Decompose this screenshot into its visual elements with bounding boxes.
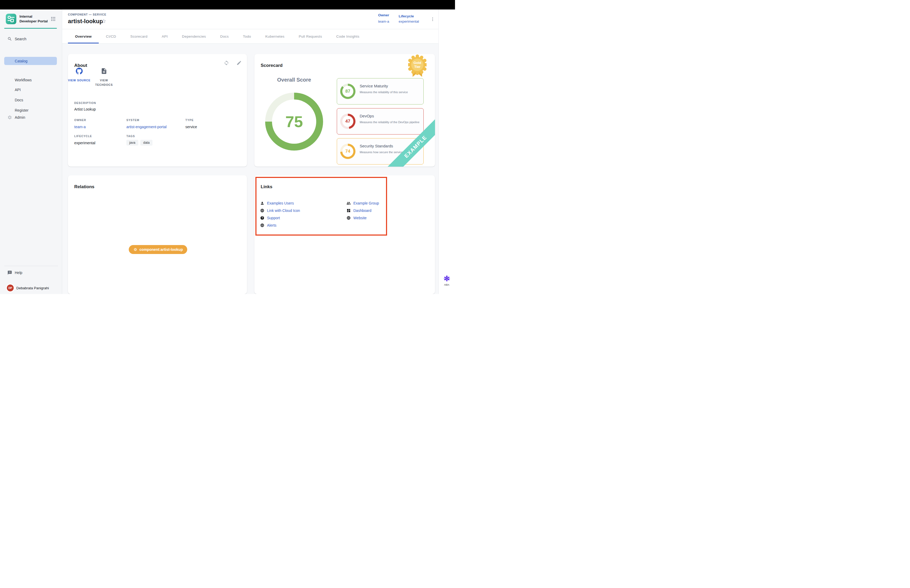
tab-cicd[interactable]: CI/CD bbox=[99, 29, 123, 44]
tab-bar: Overview CI/CD Scorecard API Dependencie… bbox=[62, 29, 438, 44]
chip-icon bbox=[133, 247, 137, 252]
link-alerts[interactable]: Alerts bbox=[260, 223, 276, 228]
sidebar-item-admin[interactable]: Admin bbox=[0, 113, 62, 121]
link-website[interactable]: Website bbox=[346, 215, 367, 221]
header-lifecycle: Lifecycle experimental bbox=[399, 14, 419, 23]
lifecycle-value: experimental bbox=[74, 141, 95, 145]
description-value: Artist Lookup bbox=[74, 107, 96, 111]
tab-api[interactable]: API bbox=[155, 29, 175, 44]
system-link[interactable]: artist-engagement-portal bbox=[126, 125, 166, 129]
refresh-icon[interactable] bbox=[224, 60, 229, 66]
person-icon bbox=[260, 201, 264, 205]
group-icon bbox=[346, 201, 351, 205]
breadcrumb-eyebrow: COMPONENT — SERVICE bbox=[68, 13, 107, 16]
dashboard-icon bbox=[346, 208, 351, 213]
tab-pull-requests[interactable]: Pull Requests bbox=[292, 29, 330, 44]
view-source-button[interactable]: VIEW SOURCE bbox=[68, 68, 91, 82]
brand-underline bbox=[4, 28, 57, 29]
link-support[interactable]: Support bbox=[260, 215, 280, 221]
right-edge-strip bbox=[438, 10, 455, 294]
aida-flower-icon bbox=[443, 275, 450, 282]
scorecard-card: Scorecard Overall Score 75 87 Service Ma… bbox=[254, 54, 435, 166]
overall-score-value: 75 bbox=[285, 113, 303, 131]
relations-card: Relations component:artist-lookup bbox=[68, 175, 247, 294]
gold-badge-line1: Gold bbox=[414, 61, 421, 65]
help-icon bbox=[260, 216, 264, 220]
sidebar-divider bbox=[4, 266, 58, 266]
sidebar-user[interactable]: DP Debabrata Panigrahi bbox=[0, 283, 62, 293]
overall-score-label: Overall Score bbox=[255, 77, 334, 83]
about-card: About VIEW SOURCE VIEW TECHDOCS DESCRIPT… bbox=[68, 54, 247, 166]
lifecycle-value: experimental bbox=[399, 19, 419, 23]
links-card: Links Examples Users Link with Cloud Ico… bbox=[254, 175, 435, 294]
sidebar-item-help[interactable]: Help bbox=[0, 268, 62, 277]
tag-chip[interactable]: java bbox=[126, 140, 138, 145]
globe-icon bbox=[260, 208, 264, 213]
search-icon bbox=[7, 37, 12, 41]
tab-docs[interactable]: Docs bbox=[213, 29, 236, 44]
link-examples-users[interactable]: Examples Users bbox=[260, 200, 294, 206]
tab-code-insights[interactable]: Code Insights bbox=[329, 29, 367, 44]
view-techdocs-button[interactable]: VIEW TECHDOCS bbox=[92, 68, 116, 87]
sidebar-search[interactable]: Search bbox=[0, 35, 62, 43]
aida-assistant-button[interactable]: AIDA bbox=[438, 275, 455, 288]
tab-todo[interactable]: Todo bbox=[236, 29, 258, 44]
edit-pencil-icon[interactable] bbox=[236, 60, 242, 66]
security-standards-gauge: 74 bbox=[340, 144, 356, 159]
metric-card-service-maturity[interactable]: 87 Service Maturity Measures the reliabi… bbox=[337, 78, 423, 105]
user-name: Debabrata Panigrahi bbox=[16, 286, 49, 290]
description-label: DESCRIPTION bbox=[74, 101, 96, 105]
search-label: Search bbox=[15, 37, 26, 41]
page-title: artist-lookup bbox=[68, 18, 103, 25]
gold-tier-badge: Gold Tier bbox=[408, 54, 427, 78]
scorecard-title: Scorecard bbox=[261, 63, 283, 68]
header-owner: Owner team-a bbox=[378, 13, 389, 23]
page-header: COMPONENT — SERVICE artist-lookup Owner … bbox=[62, 10, 438, 29]
portal-logo-icon bbox=[6, 14, 16, 24]
link-example-group[interactable]: Example Group bbox=[346, 200, 379, 206]
owner-link[interactable]: team-a bbox=[378, 19, 389, 23]
sidebar-item-catalog[interactable]: Catalog bbox=[4, 57, 57, 65]
apps-grid-icon[interactable] bbox=[50, 16, 56, 22]
sidebar-item-api[interactable]: API bbox=[0, 86, 62, 94]
gear-icon bbox=[7, 115, 12, 120]
top-black-bar bbox=[0, 0, 455, 10]
document-icon bbox=[100, 68, 107, 74]
type-label: TYPE bbox=[185, 118, 194, 121]
metric-card-devops[interactable]: 47 DevOps Measures the reliability of th… bbox=[337, 108, 423, 134]
system-label: SYSTEM bbox=[126, 118, 139, 121]
service-maturity-gauge: 87 bbox=[340, 84, 356, 99]
tab-kubernetes[interactable]: Kubernetes bbox=[258, 29, 291, 44]
globe-icon bbox=[346, 216, 351, 220]
owner-label: OWNER bbox=[74, 118, 86, 121]
sidebar: Internal Developer Portal Search Overvie… bbox=[0, 10, 62, 294]
portal-logo[interactable] bbox=[6, 14, 16, 24]
tag-chip[interactable]: data bbox=[141, 140, 152, 145]
tab-overview[interactable]: Overview bbox=[68, 29, 99, 44]
link-dashboard[interactable]: Dashboard bbox=[346, 208, 372, 213]
main-area: COMPONENT — SERVICE artist-lookup Owner … bbox=[62, 10, 438, 294]
owner-link[interactable]: team-a bbox=[74, 125, 86, 129]
github-icon bbox=[76, 68, 83, 74]
avatar: DP bbox=[7, 284, 14, 291]
help-chat-icon bbox=[7, 270, 12, 275]
brand-title: Internal Developer Portal bbox=[19, 14, 49, 23]
type-value: service bbox=[185, 125, 197, 129]
aida-label: AIDA bbox=[438, 283, 455, 286]
sidebar-item-workflows[interactable]: Workflows bbox=[0, 76, 62, 84]
relation-node-component[interactable]: component:artist-lookup bbox=[129, 245, 187, 254]
link-cloud-icon-link[interactable]: Link with Cloud Icon bbox=[260, 208, 300, 213]
tab-scorecard[interactable]: Scorecard bbox=[123, 29, 155, 44]
devops-gauge: 47 bbox=[340, 114, 356, 129]
gold-badge-line2: Tier bbox=[414, 65, 420, 69]
favorite-star-icon[interactable] bbox=[101, 18, 107, 24]
tab-dependencies[interactable]: Dependencies bbox=[175, 29, 213, 44]
relations-title: Relations bbox=[74, 184, 95, 189]
kebab-menu-icon[interactable] bbox=[430, 16, 435, 22]
tags-row: java data bbox=[126, 140, 152, 145]
overall-score-gauge: 75 bbox=[265, 93, 323, 150]
tags-label: TAGS bbox=[126, 134, 135, 138]
globe-icon bbox=[260, 223, 264, 228]
lifecycle-label: LIFECYCLE bbox=[74, 134, 92, 138]
sidebar-item-docs[interactable]: Docs bbox=[0, 96, 62, 104]
